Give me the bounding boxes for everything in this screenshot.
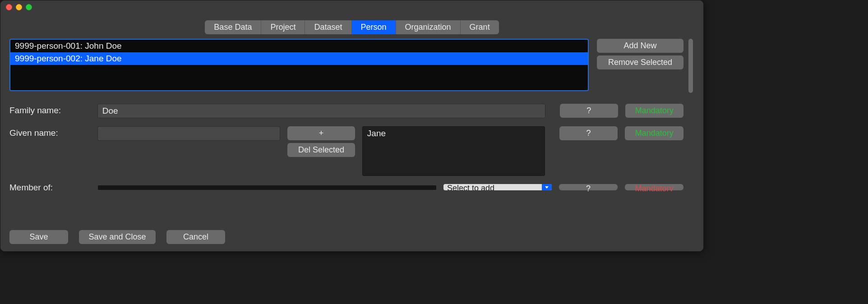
given-name-help-button[interactable]: ? <box>559 126 618 140</box>
given-name-status-badge: Mandatory <box>625 126 683 140</box>
titlebar <box>0 0 703 14</box>
content-pane: 9999-person-001: John Doe 9999-person-00… <box>9 39 683 225</box>
add-new-button[interactable]: Add New <box>597 39 683 53</box>
member-of-select[interactable]: Select to add <box>443 184 552 190</box>
list-item[interactable]: 9999-person-001: John Doe <box>10 40 588 52</box>
save-and-close-button[interactable]: Save and Close <box>79 230 156 244</box>
scrollbar-thumb[interactable] <box>688 39 693 93</box>
member-of-select-value: Select to add <box>447 184 494 190</box>
person-list[interactable]: 9999-person-001: John Doe 9999-person-00… <box>9 39 589 91</box>
member-of-list[interactable] <box>98 185 436 190</box>
tab-dataset[interactable]: Dataset <box>305 20 351 34</box>
tab-base-data[interactable]: Base Data <box>205 20 261 34</box>
save-button[interactable]: Save <box>9 230 68 244</box>
given-name-input[interactable] <box>97 126 280 141</box>
dialog-window: Base Data Project Dataset Person Organiz… <box>0 0 704 252</box>
family-name-status-badge: Mandatory <box>625 104 683 118</box>
footer: Save Save and Close Cancel <box>0 225 703 251</box>
zoom-icon[interactable] <box>26 4 32 10</box>
family-name-input[interactable] <box>97 104 545 118</box>
minimize-icon[interactable] <box>16 4 22 10</box>
tabs: Base Data Project Dataset Person Organiz… <box>205 20 499 34</box>
tab-person[interactable]: Person <box>352 20 396 34</box>
given-name-add-button[interactable]: + <box>287 126 355 140</box>
tab-bar: Base Data Project Dataset Person Organiz… <box>0 14 703 39</box>
family-name-help-button[interactable]: ? <box>560 104 618 118</box>
family-name-label: Family name: <box>9 104 90 115</box>
remove-selected-button[interactable]: Remove Selected <box>597 55 683 69</box>
given-name-list[interactable]: Jane <box>362 126 545 176</box>
given-name-label: Given name: <box>9 126 90 138</box>
cancel-button[interactable]: Cancel <box>166 230 225 244</box>
tab-organization[interactable]: Organization <box>396 20 461 34</box>
tab-project[interactable]: Project <box>261 20 305 34</box>
member-of-status-badge: Mandatory <box>625 184 683 190</box>
chevron-down-icon <box>542 184 552 190</box>
vertical-scrollbar[interactable] <box>687 39 694 225</box>
person-form: Family name: ? Mandatory Given name: + D… <box>9 104 683 191</box>
member-of-label: Member of: <box>9 184 91 191</box>
window-controls <box>6 4 32 10</box>
list-item[interactable]: 9999-person-002: Jane Doe <box>10 52 588 65</box>
tab-grant[interactable]: Grant <box>461 20 499 34</box>
given-name-del-button[interactable]: Del Selected <box>287 143 355 157</box>
close-icon[interactable] <box>6 4 12 10</box>
member-of-help-button[interactable]: ? <box>559 184 618 190</box>
